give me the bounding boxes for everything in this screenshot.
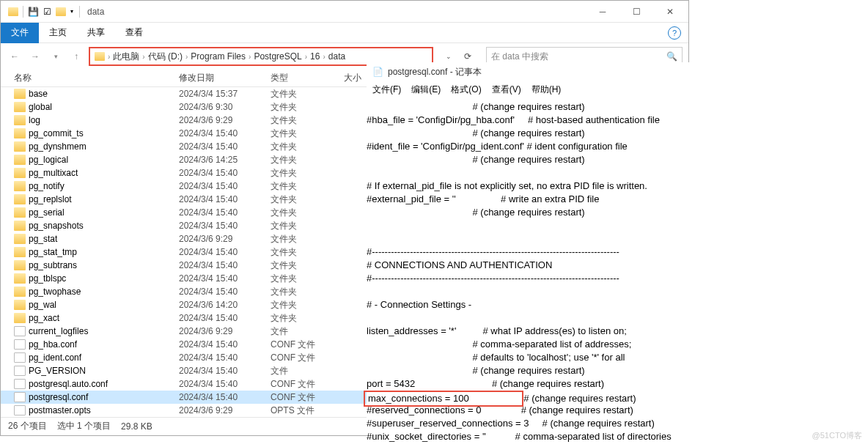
close-button[interactable]: ✕ (653, 1, 687, 23)
notepad-content[interactable]: # (change requires restart)#hba_file = '… (367, 97, 868, 443)
file-name: pg_xact (29, 313, 179, 323)
save-icon[interactable]: 💾 (28, 7, 39, 17)
menu-file[interactable]: 文件(F) (372, 84, 401, 96)
menu-format[interactable]: 格式(O) (451, 84, 481, 96)
file-type: 文件夹 (271, 128, 344, 140)
up-button[interactable]: ↑ (68, 48, 84, 64)
file-date: 2024/3/4 15:40 (179, 260, 271, 270)
file-date: 2024/3/4 15:40 (179, 379, 271, 389)
menu-view[interactable]: 查看(V) (492, 84, 521, 96)
folder-icon (14, 115, 26, 125)
recent-dropdown[interactable]: ▾ (48, 48, 64, 64)
file-name: pg_stat (29, 234, 179, 244)
file-icon (14, 392, 26, 402)
file-date: 2024/3/4 15:40 (179, 352, 271, 363)
file-date: 2024/3/4 15:40 (179, 141, 271, 152)
file-name: pg_snapshots (29, 221, 179, 231)
file-name: pg_logical (29, 155, 179, 165)
file-type: CONF 文件 (271, 378, 344, 391)
file-icon (14, 352, 26, 363)
file-icon (14, 339, 26, 350)
file-date: 2024/3/4 15:40 (179, 247, 271, 257)
notepad-titlebar: 📄 postgresql.conf - 记事本 (367, 62, 868, 81)
file-date: 2024/3/4 15:40 (179, 366, 271, 376)
titlebar: 💾 ☑ ▾ data ─ ☐ ✕ (1, 1, 688, 23)
file-date: 2024/3/4 15:40 (179, 194, 271, 204)
file-name: log (29, 115, 179, 125)
maximize-button[interactable]: ☐ (619, 1, 653, 23)
folder-icon (14, 141, 26, 152)
file-name: postgresql.conf (29, 392, 179, 402)
folder-icon (14, 313, 26, 323)
notepad-icon: 📄 (372, 67, 383, 77)
file-type: 文件夹 (271, 193, 344, 206)
folder-icon (14, 300, 26, 310)
file-date: 2024/3/4 15:40 (179, 207, 271, 218)
back-button[interactable]: ← (7, 48, 23, 64)
file-date: 2024/3/6 9:29 (179, 115, 271, 125)
file-type: 文件夹 (271, 154, 344, 166)
notepad-menu: 文件(F) 编辑(E) 格式(O) 查看(V) 帮助(H) (367, 81, 868, 97)
file-date: 2024/3/4 15:40 (179, 313, 271, 323)
file-name: pg_commit_ts (29, 128, 179, 138)
checkbox-icon[interactable]: ☑ (43, 7, 51, 17)
file-type: 文件 (271, 365, 344, 377)
file-type: 文件夹 (271, 273, 344, 285)
file-date: 2024/3/4 15:40 (179, 128, 271, 138)
folder-icon (14, 194, 26, 204)
tab-share[interactable]: 共享 (77, 23, 115, 43)
search-icon: 🔍 (666, 51, 677, 62)
file-name: postmaster.opts (29, 405, 179, 415)
file-name: pg_replslot (29, 194, 179, 204)
help-button[interactable]: ? (668, 26, 681, 40)
file-date: 2024/3/4 15:40 (179, 221, 271, 231)
file-date: 2024/3/6 9:29 (179, 326, 271, 336)
folder-icon (14, 207, 26, 218)
file-date: 2024/3/4 15:40 (179, 181, 271, 191)
dropdown-icon[interactable]: ▾ (70, 8, 73, 15)
file-name: pg_notify (29, 181, 179, 191)
file-type: 文件夹 (271, 180, 344, 193)
tab-home[interactable]: 主页 (39, 23, 77, 43)
file-type: CONF 文件 (271, 352, 344, 364)
menu-edit[interactable]: 编辑(E) (411, 84, 441, 96)
file-type: 文件夹 (271, 114, 344, 127)
file-type: OPTS 文件 (271, 404, 344, 417)
file-icon (14, 326, 26, 336)
file-icon (14, 379, 26, 389)
file-type: 文件夹 (271, 312, 344, 325)
folder-icon (14, 102, 26, 112)
file-type: 文件夹 (271, 141, 344, 153)
file-icon (14, 405, 26, 415)
open-icon[interactable] (56, 7, 66, 16)
minimize-button[interactable]: ─ (586, 1, 619, 23)
folder-icon (14, 128, 26, 138)
file-type: 文件夹 (271, 246, 344, 259)
folder-icon (14, 260, 26, 270)
file-name: pg_stat_tmp (29, 247, 179, 257)
file-date: 2024/3/4 15:40 (179, 273, 271, 284)
folder-icon (8, 7, 18, 16)
file-type: 文件夹 (271, 286, 344, 298)
file-name: postgresql.auto.conf (29, 379, 179, 389)
folder-icon (14, 89, 26, 99)
file-name: current_logfiles (29, 326, 179, 336)
folder-icon (14, 181, 26, 191)
col-date[interactable]: 修改日期 (179, 72, 271, 84)
file-type: 文件夹 (271, 88, 344, 100)
file-icon (14, 366, 26, 376)
file-name: global (29, 102, 179, 112)
menu-help[interactable]: 帮助(H) (532, 84, 562, 96)
folder-icon (95, 52, 105, 61)
file-name: pg_subtrans (29, 260, 179, 270)
file-name: pg_multixact (29, 168, 179, 178)
tab-view[interactable]: 查看 (115, 23, 153, 43)
file-date: 2024/3/6 9:29 (179, 234, 271, 244)
forward-button[interactable]: → (27, 48, 43, 64)
file-type: CONF 文件 (271, 339, 344, 351)
col-name[interactable]: 名称 (14, 72, 179, 84)
tab-file[interactable]: 文件 (1, 23, 39, 43)
col-type[interactable]: 类型 (271, 72, 344, 84)
file-type: 文件夹 (271, 207, 344, 219)
folder-icon (14, 155, 26, 165)
